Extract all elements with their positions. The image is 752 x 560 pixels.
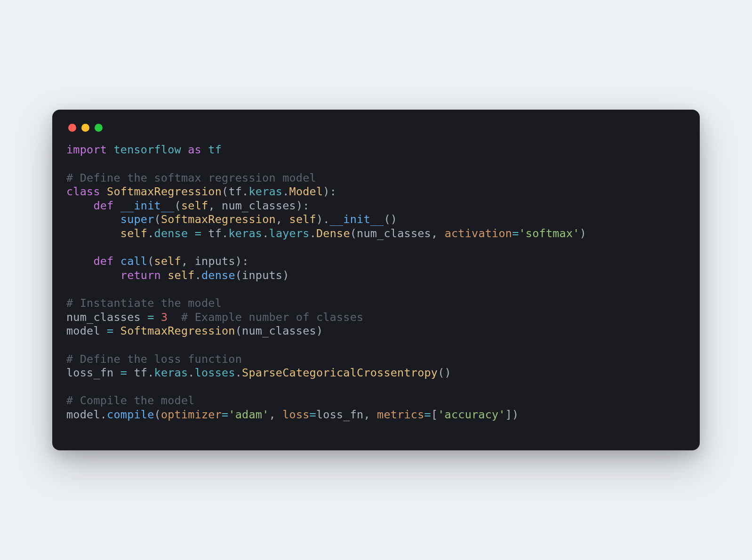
token-punc: . [147,366,154,379]
token-comment: # Instantiate the model [66,296,222,310]
token-ident: tf [134,366,147,379]
token-attr: layers [269,227,310,240]
token-op: = [310,408,316,421]
token-func: __init__ [330,213,384,226]
token-kw: import [66,143,113,156]
token-op: = [113,366,134,379]
token-punc: ( [154,408,161,421]
token-kw: as [181,143,208,156]
token-punc: ( [175,199,181,212]
token-punc [66,199,93,212]
window-titlebar [66,124,686,143]
token-self: self [289,213,316,226]
token-ident: inputs [242,269,282,282]
token-class: Dense [316,227,350,240]
token-kwarg: activation [445,227,512,240]
code-line: # Instantiate the model [66,296,222,310]
token-attr: losses [195,366,235,379]
token-mod: tensorflow [113,143,181,156]
token-ident: loss_fn [66,366,113,379]
code-line: import tensorflow as tf [66,143,222,156]
token-self: self [181,199,208,212]
token-punc: ]) [505,408,519,421]
token-punc: . [235,366,242,379]
token-punc: ( [235,324,242,337]
token-punc: ( [147,255,154,268]
token-func: compile [107,408,154,421]
token-kw: def [93,199,120,212]
token-punc: ( [154,213,161,226]
code-line: class SoftmaxRegression(tf.keras.Model): [66,185,336,198]
token-mod: tf [208,143,222,156]
token-ident: num_classes [66,311,141,324]
token-str: 'softmax' [519,227,579,240]
token-punc: . [242,185,248,198]
token-num: 3 [161,311,168,324]
token-punc [66,269,120,282]
token-ident: model [66,408,100,421]
token-class: SoftmaxRegression [161,213,276,226]
token-punc: ): [323,185,336,198]
token-punc: . [147,227,154,240]
token-punc: ) [580,227,586,240]
token-punc: , [431,227,445,240]
token-ident: num_classes [242,324,316,337]
token-kw: def [93,255,120,268]
zoom-icon[interactable] [95,124,103,132]
token-punc: () [438,366,451,379]
token-attr: keras [248,185,282,198]
code-line: super(SoftmaxRegression, self).__init__(… [66,213,397,226]
token-comment: # Define the loss function [66,352,242,366]
token-str: 'adam' [228,408,269,421]
token-kwarg: optimizer [161,408,222,421]
token-attr: keras [228,227,262,240]
token-param: num_classes [222,199,296,212]
code-line: loss_fn = tf.keras.losses.SparseCategori… [66,366,451,379]
token-punc: , [208,199,222,212]
token-kw: class [66,185,107,198]
token-punc: . [310,227,316,240]
token-punc: ). [316,213,330,226]
token-attr: keras [154,366,188,379]
code-line: return self.dense(inputs) [66,269,289,282]
token-class: SparseCategoricalCrossentropy [242,366,438,379]
token-punc: . [222,227,228,240]
token-punc [66,213,120,226]
token-punc: , [276,213,289,226]
token-class: SoftmaxRegression [107,185,222,198]
token-punc [168,311,181,324]
minimize-icon[interactable] [81,124,89,132]
token-punc: . [195,269,201,282]
token-param: inputs [195,255,235,268]
token-punc: . [262,227,269,240]
token-func: __init__ [120,199,175,212]
token-class: Model [289,185,323,198]
token-kwarg: loss [282,408,309,421]
token-func: super [120,213,154,226]
token-ident: loss_fn [316,408,363,421]
token-ident: tf [228,185,242,198]
code-block: import tensorflow as tf # Define the sof… [66,143,686,422]
token-op: = [100,324,120,337]
code-line: # Define the softmax regression model [66,171,316,184]
token-punc [66,255,93,268]
token-punc: . [282,185,289,198]
token-attr: dense [154,227,188,240]
token-op: = [512,227,519,240]
token-op: = [222,408,228,421]
code-line: num_classes = 3 # Example number of clas… [66,311,363,324]
code-line: model.compile(optimizer='adam', loss=los… [66,408,519,421]
token-func: call [120,255,147,268]
close-icon[interactable] [68,124,76,132]
token-self: self [168,269,194,282]
token-punc: ) [282,269,289,282]
code-window: import tensorflow as tf # Define the sof… [52,110,700,450]
token-punc: , [269,408,283,421]
code-line: def __init__(self, num_classes): [66,199,310,212]
token-op: = [188,227,208,240]
token-punc: () [384,213,397,226]
token-func: dense [201,269,235,282]
token-op: = [141,311,161,324]
token-str: 'accuracy' [438,408,505,421]
token-punc [66,227,120,240]
